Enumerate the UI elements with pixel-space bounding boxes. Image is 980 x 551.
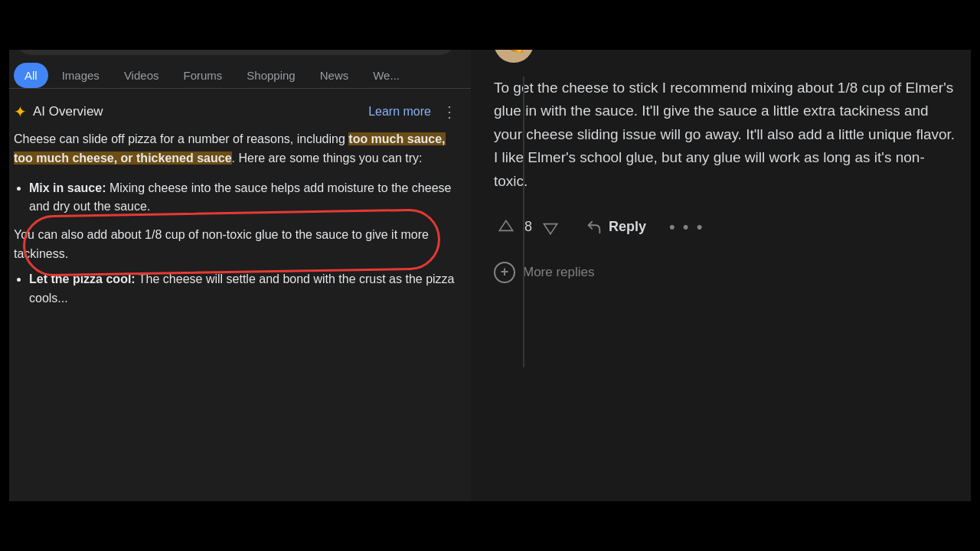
learn-more-link[interactable]: Learn more (368, 105, 431, 119)
black-border-bottom (0, 501, 980, 551)
ai-overview-label: AI Overview (33, 104, 103, 119)
reddit-comment-panel: 🤜 fucksmith • 11y ago To get the cheese … (471, 0, 980, 551)
tab-all[interactable]: All (14, 63, 48, 88)
more-replies-text: More replies (523, 265, 595, 280)
content-area: ✦ AI Overview Learn more ⋮ Cheese can sl… (0, 89, 471, 551)
comment-actions: 8 Reply • • • (494, 214, 957, 240)
ai-body-before-highlight: Cheese can slide off pizza for a number … (14, 132, 348, 145)
bullet-1: Mix in sauce: Mixing cheese into the sau… (29, 179, 457, 217)
tab-news[interactable]: News (309, 63, 360, 88)
ai-body-after-highlight: . Here are some things you can try: (232, 152, 423, 165)
sparkle-icon: ✦ (14, 103, 27, 121)
thread-line (523, 77, 524, 367)
black-border-right (971, 0, 980, 551)
ai-overview-right: Learn more ⋮ (368, 103, 457, 121)
downvote-button[interactable] (538, 215, 563, 240)
comment-body: To get the cheese to stick I recommend m… (494, 77, 957, 193)
tab-images[interactable]: Images (51, 63, 110, 88)
bullet-1-bold: Mix in sauce: (29, 181, 106, 194)
tab-videos[interactable]: Videos (113, 63, 170, 88)
more-options-icon[interactable]: ⋮ (442, 103, 457, 121)
tab-forums[interactable]: Forums (172, 63, 233, 88)
reply-button[interactable]: Reply (578, 214, 654, 240)
nav-tabs: All Images Videos Forums Shopping News W… (0, 55, 471, 89)
black-border-left (0, 0, 9, 551)
vote-count: 8 (524, 219, 532, 235)
black-border-top (0, 0, 980, 50)
bullet-2-text: You can also add about 1/8 cup of non-to… (14, 228, 429, 260)
google-search-panel: cheese not sticking to pizza All Images … (0, 0, 471, 551)
highlighted-bullet-container: You can also add about 1/8 cup of non-to… (29, 221, 457, 264)
tab-more[interactable]: We... (362, 63, 410, 88)
more-replies-icon: + (494, 262, 515, 283)
bullet-2: You can also add about 1/8 cup of non-to… (14, 221, 457, 264)
ai-overview-header: ✦ AI Overview Learn more ⋮ (14, 103, 457, 121)
upvote-button[interactable] (494, 215, 518, 240)
reply-label: Reply (609, 219, 646, 235)
ai-overview-body: Cheese can slide off pizza for a number … (14, 130, 457, 168)
bullet-3-bold: Let the pizza cool: (29, 272, 136, 285)
ai-overview-left: ✦ AI Overview (14, 103, 103, 121)
reply-icon (586, 219, 603, 236)
ai-bullet-list: Mix in sauce: Mixing cheese into the sau… (14, 179, 457, 308)
bullet-3: Let the pizza cool: The cheese will sett… (29, 270, 457, 308)
more-options-button[interactable]: • • • (669, 217, 704, 237)
vote-group: 8 (494, 215, 563, 240)
tab-shopping[interactable]: Shopping (236, 63, 305, 88)
more-replies-button[interactable]: + More replies (494, 262, 957, 283)
